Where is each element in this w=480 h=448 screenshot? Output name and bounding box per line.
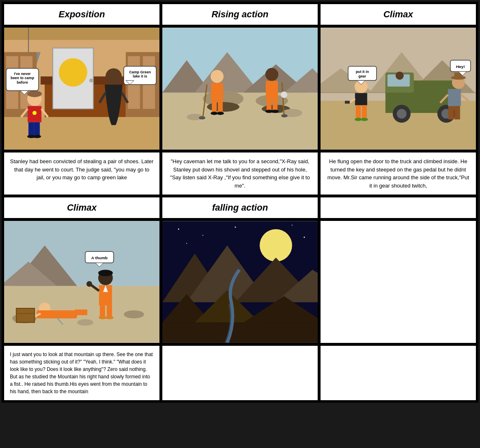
svg-point-86	[396, 72, 404, 80]
rising-action-header: Rising action	[162, 3, 318, 26]
rising-action-image	[162, 27, 318, 150]
rising-action-text: "Hey caveman let me talk to you for a se…	[162, 152, 318, 195]
svg-rect-121	[107, 305, 112, 318]
svg-rect-99	[454, 105, 460, 119]
svg-rect-21	[143, 84, 155, 109]
svg-point-116	[77, 319, 93, 326]
climax-image-2: A thumb	[3, 220, 160, 344]
svg-rect-89	[356, 105, 361, 119]
svg-rect-20	[128, 84, 140, 109]
svg-point-69	[272, 110, 279, 113]
svg-rect-27	[34, 122, 40, 136]
svg-point-15	[89, 78, 94, 82]
svg-point-52	[207, 102, 239, 112]
climax-header-2: Climax	[3, 197, 160, 219]
svg-rect-67	[273, 99, 278, 112]
svg-rect-98	[448, 105, 454, 119]
svg-point-143	[186, 243, 187, 244]
exposition-image: I've never been to camp before Camp Gree…	[3, 27, 160, 150]
svg-point-25	[33, 111, 37, 115]
exposition-header: Exposition	[3, 3, 160, 26]
climax-image-1: put it in gear Hey!	[320, 27, 477, 150]
svg-point-142	[304, 237, 305, 238]
svg-rect-26	[28, 122, 34, 136]
svg-text:I've never: I've never	[14, 72, 31, 76]
svg-rect-65	[266, 81, 278, 99]
svg-point-144	[292, 225, 293, 225]
climax-header-1: Climax	[320, 3, 477, 26]
svg-point-32	[105, 68, 122, 84]
svg-rect-66	[267, 99, 272, 112]
svg-point-72	[281, 91, 287, 98]
svg-point-123	[105, 316, 114, 319]
svg-text:Hey!: Hey!	[456, 64, 465, 69]
svg-point-140	[235, 227, 236, 228]
svg-text:been to camp: been to camp	[11, 76, 35, 80]
svg-rect-58	[212, 101, 217, 114]
svg-point-139	[202, 235, 203, 236]
svg-rect-94	[345, 101, 350, 104]
svg-point-29	[33, 135, 41, 138]
falling-action-text	[162, 345, 318, 401]
svg-point-92	[361, 118, 368, 121]
svg-rect-57	[211, 83, 223, 101]
svg-text:lake it is: lake it is	[133, 74, 147, 78]
empty-text-1	[320, 345, 477, 401]
svg-rect-153	[162, 322, 318, 342]
empty-header-1	[320, 197, 477, 219]
svg-rect-90	[362, 105, 367, 119]
falling-action-header: falling action	[162, 197, 318, 219]
svg-text:put it in: put it in	[356, 70, 369, 74]
svg-point-16	[59, 58, 87, 87]
exposition-text: Stanley had been convicted of stealing a…	[3, 152, 160, 195]
svg-rect-132	[16, 308, 35, 322]
svg-rect-129	[75, 310, 87, 315]
svg-point-63	[199, 116, 206, 120]
svg-point-83	[397, 109, 407, 119]
svg-rect-59	[218, 101, 223, 114]
svg-rect-128	[37, 310, 77, 319]
svg-point-126	[87, 281, 92, 287]
svg-rect-120	[100, 305, 105, 318]
svg-point-56	[211, 70, 223, 83]
falling-action-image	[162, 220, 318, 344]
svg-rect-100	[448, 89, 461, 106]
svg-point-64	[265, 68, 278, 81]
svg-text:A thumb: A thumb	[91, 256, 108, 260]
svg-point-145	[260, 229, 292, 262]
svg-point-138	[178, 229, 179, 230]
svg-text:Camp Green: Camp Green	[129, 70, 151, 74]
climax-text-1: He flung open the door to the truck and …	[320, 152, 477, 195]
svg-text:before: before	[17, 80, 28, 84]
svg-rect-1	[4, 117, 159, 150]
svg-point-118	[98, 270, 112, 276]
storyboard: Exposition Rising action Climax	[2, 2, 478, 403]
svg-point-61	[217, 112, 224, 115]
svg-text:gear: gear	[358, 74, 366, 78]
svg-rect-88	[355, 93, 368, 106]
climax-text-2: I just want you to look at that mountain…	[3, 345, 160, 401]
empty-image-1	[320, 220, 477, 344]
svg-rect-3	[4, 28, 159, 40]
svg-point-71	[281, 114, 288, 117]
svg-point-23	[27, 91, 42, 97]
svg-point-115	[124, 310, 144, 319]
